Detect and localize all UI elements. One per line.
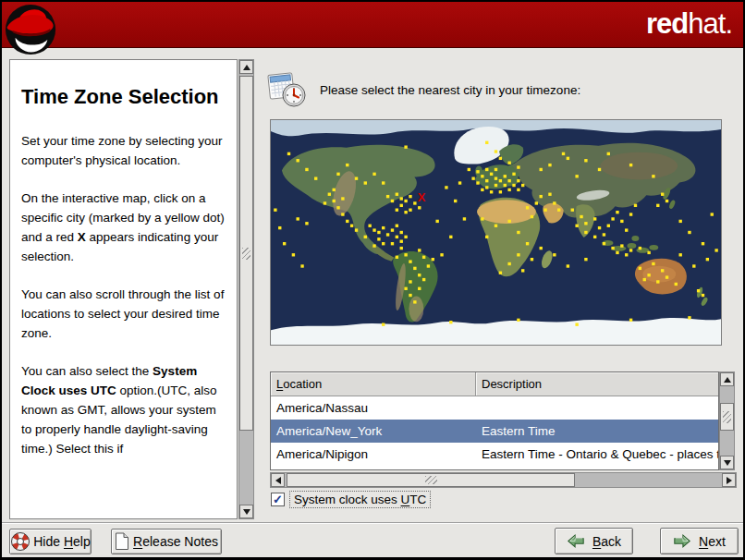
city-dot[interactable] bbox=[422, 278, 425, 281]
city-dot[interactable] bbox=[647, 274, 650, 276]
city-dot[interactable] bbox=[526, 242, 529, 245]
city-dot[interactable] bbox=[499, 272, 502, 274]
city-dot[interactable] bbox=[495, 168, 497, 171]
city-dot[interactable] bbox=[396, 225, 398, 227]
city-dot[interactable] bbox=[468, 168, 470, 171]
city-dot[interactable] bbox=[413, 300, 416, 303]
city-dot[interactable] bbox=[400, 247, 403, 250]
city-dot[interactable] bbox=[678, 253, 681, 256]
city-dot[interactable] bbox=[364, 181, 367, 184]
scroll-down-button[interactable] bbox=[239, 505, 253, 518]
city-dot[interactable] bbox=[305, 168, 308, 171]
city-dot[interactable] bbox=[391, 242, 394, 245]
city-dot[interactable] bbox=[396, 256, 398, 259]
city-dot[interactable] bbox=[517, 319, 519, 322]
city-dot[interactable] bbox=[499, 179, 502, 182]
city-dot[interactable] bbox=[548, 164, 551, 166]
city-dot[interactable] bbox=[562, 152, 565, 155]
city-dot[interactable] bbox=[346, 220, 348, 223]
city-dot[interactable] bbox=[396, 193, 398, 196]
city-dot[interactable] bbox=[490, 190, 493, 193]
city-dot[interactable] bbox=[409, 294, 411, 297]
city-dot[interactable] bbox=[507, 262, 510, 265]
city-dot[interactable] bbox=[711, 213, 714, 215]
city-dot[interactable] bbox=[305, 222, 308, 225]
release-notes-button[interactable]: Release Notes bbox=[111, 529, 222, 554]
city-dot[interactable] bbox=[350, 225, 353, 227]
next-button[interactable]: Next bbox=[660, 528, 739, 554]
city-dot[interactable] bbox=[567, 264, 569, 267]
city-dot[interactable] bbox=[620, 244, 623, 247]
city-dot[interactable] bbox=[517, 253, 519, 256]
city-dot[interactable] bbox=[404, 236, 407, 238]
city-dot[interactable] bbox=[418, 249, 421, 251]
city-dot[interactable] bbox=[481, 217, 483, 220]
city-dot[interactable] bbox=[296, 217, 299, 220]
city-dot[interactable] bbox=[336, 173, 339, 176]
city-dot[interactable] bbox=[396, 209, 398, 212]
city-dot[interactable] bbox=[584, 159, 587, 162]
city-dot[interactable] bbox=[287, 152, 290, 155]
city-dot[interactable] bbox=[314, 177, 317, 179]
city-dot[interactable] bbox=[678, 220, 681, 223]
city-dot[interactable] bbox=[372, 228, 375, 231]
city-dot[interactable] bbox=[432, 258, 434, 261]
table-row[interactable]: America/Nassau bbox=[271, 396, 718, 420]
city-dot[interactable] bbox=[625, 228, 628, 231]
city-dot[interactable] bbox=[603, 233, 605, 236]
city-dot[interactable] bbox=[517, 179, 519, 182]
table-scrollbar-horizontal[interactable] bbox=[270, 472, 737, 488]
city-dot[interactable] bbox=[634, 204, 637, 207]
city-dot[interactable] bbox=[697, 289, 700, 292]
city-dot[interactable] bbox=[427, 264, 430, 267]
city-dot[interactable] bbox=[575, 225, 578, 227]
city-dot[interactable] bbox=[396, 236, 398, 238]
city-dot[interactable] bbox=[526, 206, 529, 209]
scroll-down-button[interactable] bbox=[720, 456, 734, 469]
city-dot[interactable] bbox=[481, 175, 483, 177]
city-dot[interactable] bbox=[435, 220, 438, 223]
city-dot[interactable] bbox=[404, 253, 407, 256]
city-dot[interactable] bbox=[521, 269, 524, 272]
city-dot[interactable] bbox=[440, 253, 443, 256]
city-dot[interactable] bbox=[355, 228, 358, 231]
city-dot[interactable] bbox=[409, 260, 411, 262]
back-button[interactable]: Back bbox=[555, 528, 633, 554]
help-scrollbar[interactable] bbox=[238, 59, 254, 519]
city-dot[interactable] bbox=[333, 189, 336, 191]
city-dot[interactable] bbox=[418, 206, 421, 209]
city-dot[interactable] bbox=[702, 242, 704, 245]
city-dot[interactable] bbox=[400, 197, 403, 200]
city-dot[interactable] bbox=[404, 287, 407, 290]
city-dot[interactable] bbox=[413, 201, 416, 204]
city-dot[interactable] bbox=[611, 247, 614, 250]
city-dot[interactable] bbox=[584, 222, 587, 225]
city-dot[interactable] bbox=[382, 323, 385, 325]
city-dot[interactable] bbox=[692, 264, 695, 267]
city-dot[interactable] bbox=[341, 213, 344, 215]
city-dot[interactable] bbox=[386, 233, 389, 236]
city-dot[interactable] bbox=[553, 253, 556, 256]
city-dot[interactable] bbox=[485, 141, 488, 144]
city-dot[interactable] bbox=[661, 269, 664, 272]
city-dot[interactable] bbox=[495, 150, 497, 152]
city-dot[interactable] bbox=[495, 184, 497, 187]
city-dot[interactable] bbox=[382, 181, 385, 184]
city-dot[interactable] bbox=[706, 258, 709, 261]
city-dot[interactable] bbox=[292, 253, 295, 256]
city-dot[interactable] bbox=[512, 173, 515, 176]
city-dot[interactable] bbox=[404, 200, 407, 202]
city-dot[interactable] bbox=[652, 175, 654, 177]
scrollbar-thumb[interactable] bbox=[239, 76, 253, 431]
city-dot[interactable] bbox=[643, 278, 646, 281]
city-dot[interactable] bbox=[454, 200, 457, 202]
city-dot[interactable] bbox=[521, 184, 524, 187]
city-dot[interactable] bbox=[386, 195, 389, 198]
utc-checkbox[interactable]: ✓ bbox=[271, 493, 285, 506]
city-dot[interactable] bbox=[449, 236, 452, 238]
city-dot[interactable] bbox=[611, 217, 614, 220]
city-dot[interactable] bbox=[418, 274, 421, 276]
city-dot[interactable] bbox=[449, 321, 452, 323]
city-dot[interactable] bbox=[324, 201, 326, 204]
city-dot[interactable] bbox=[372, 173, 375, 176]
